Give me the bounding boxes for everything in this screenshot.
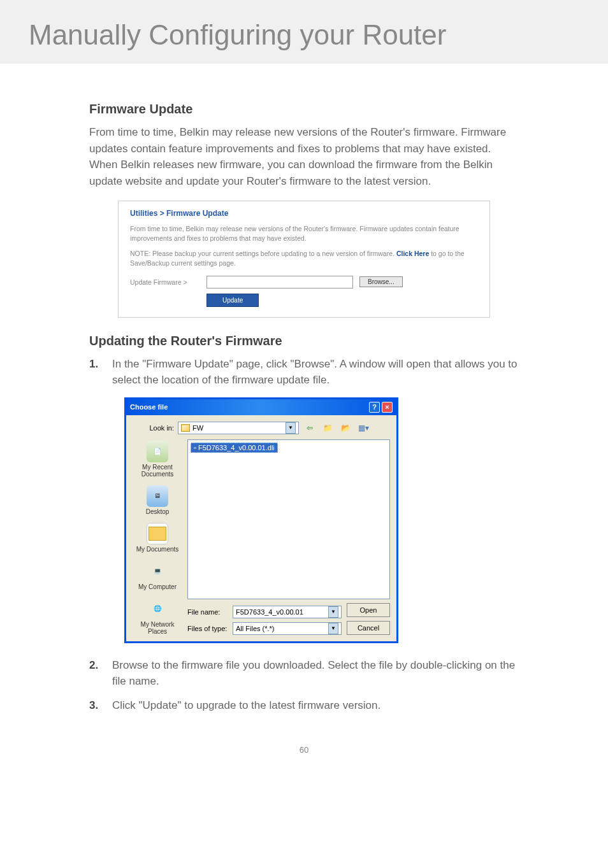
filetype-dropdown[interactable]: All Files (*.*) ▼ (233, 622, 342, 635)
chevron-down-icon[interactable]: ▼ (328, 623, 338, 634)
lookin-row: Look in: FW ▼ ⇦ 📁 📂 ▦▾ (133, 422, 390, 434)
file-item-label: F5D7633_4_v0.00.01.dli (198, 444, 275, 452)
close-icon[interactable]: × (382, 402, 393, 413)
update-firmware-label: Update Firmware > (130, 278, 200, 286)
filetype-row: Files of type: All Files (*.*) ▼ (187, 622, 342, 635)
utilities-firmware-panel: Utilities > Firmware Update From time to… (118, 201, 490, 318)
back-icon[interactable]: ⇦ (303, 422, 317, 434)
lookin-value: FW (192, 424, 203, 432)
lookin-dropdown[interactable]: FW ▼ (178, 422, 299, 434)
step-2: 2. Browse to the firmware file you downl… (89, 657, 519, 690)
step-1: 1. In the "Firmware Update" page, click … (89, 356, 519, 388)
recent-icon: 📄 (147, 441, 168, 462)
note-prefix: NOTE: Please backup your current setting… (130, 250, 396, 257)
step-num: 3. (89, 697, 112, 714)
folder-icon (181, 424, 190, 432)
dialog-title-text: Choose file (130, 403, 168, 411)
section-heading-updating: Updating the Router's Firmware (89, 334, 519, 348)
firmware-row: Update Firmware > Browse... (130, 276, 478, 288)
lookin-label: Look in: (133, 424, 174, 432)
file-list[interactable]: ▫ F5D7633_4_v0.00.01.dli (187, 439, 390, 599)
filetype-value: All Files (*.*) (236, 625, 275, 632)
page-title: Manually Configuring your Router (29, 19, 579, 51)
dialog-body: Look in: FW ▼ ⇦ 📁 📂 ▦▾ 📄 My Rece (126, 415, 396, 641)
computer-icon: 💻 (147, 560, 168, 582)
step-3: 3. Click "Update" to upgrade to the late… (89, 697, 519, 714)
chevron-down-icon[interactable]: ▼ (328, 606, 338, 618)
browse-button[interactable]: Browse... (359, 276, 403, 287)
open-button[interactable]: Open (347, 603, 390, 617)
network-icon: 🌐 (147, 598, 168, 620)
step-text: Click "Update" to upgrade to the latest … (112, 697, 380, 714)
util-panel-desc: From time to time, Belkin may release ne… (130, 224, 478, 243)
sidebar-label: My Recent Documents (133, 464, 182, 478)
desktop-icon: 🖥 (147, 485, 168, 507)
sidebar-network[interactable]: 🌐 My Network Places (133, 598, 182, 635)
filename-value: F5D7633_4_v0.00.01 (236, 608, 303, 616)
sidebar-label: My Documents (136, 546, 179, 553)
help-icon[interactable]: ? (369, 402, 380, 413)
dialog-controls: ? × (369, 402, 393, 413)
step-num: 1. (89, 356, 112, 388)
section-heading-firmware-update: Firmware Update (89, 102, 519, 117)
views-icon[interactable]: ▦▾ (356, 422, 370, 434)
chevron-down-icon[interactable]: ▼ (286, 422, 296, 434)
documents-icon (147, 523, 168, 544)
steps-list-cont: 2. Browse to the firmware file you downl… (89, 657, 519, 714)
dialog-titlebar: Choose file ? × (126, 399, 396, 415)
sidebar-label: Desktop (146, 508, 170, 515)
sidebar-recent[interactable]: 📄 My Recent Documents (133, 441, 182, 478)
new-folder-icon[interactable]: 📂 (338, 422, 352, 434)
up-folder-icon[interactable]: 📁 (321, 422, 335, 434)
sidebar-desktop[interactable]: 🖥 Desktop (146, 485, 170, 515)
update-button[interactable]: Update (206, 294, 259, 307)
sidebar-label: My Network Places (133, 621, 182, 635)
places-sidebar: 📄 My Recent Documents 🖥 Desktop My Docum… (133, 439, 182, 635)
step-text: In the "Firmware Update" page, click "Br… (112, 356, 519, 388)
cancel-button[interactable]: Cancel (347, 621, 390, 635)
filetype-label: Files of type: (187, 625, 229, 632)
nav-icons: ⇦ 📁 📂 ▦▾ (303, 422, 370, 434)
choose-file-dialog: Choose file ? × Look in: FW ▼ ⇦ 📁 📂 ▦▾ (124, 397, 398, 643)
dialog-bottom: File name: F5D7633_4_v0.00.01 ▼ Files of… (187, 603, 390, 635)
page-number: 60 (0, 745, 608, 774)
file-item-selected[interactable]: ▫ F5D7633_4_v0.00.01.dli (191, 443, 278, 453)
sidebar-documents[interactable]: My Documents (136, 523, 179, 553)
file-icon: ▫ (194, 444, 196, 452)
page-header: Manually Configuring your Router (0, 0, 608, 64)
sidebar-computer[interactable]: 💻 My Computer (138, 560, 177, 590)
intro-paragraph: From time to time, Belkin may release ne… (89, 124, 519, 189)
steps-list: 1. In the "Firmware Update" page, click … (89, 356, 519, 388)
click-here-link[interactable]: Click Here (396, 250, 429, 257)
sidebar-label: My Computer (138, 583, 177, 590)
filename-row: File name: F5D7633_4_v0.00.01 ▼ (187, 606, 342, 618)
step-num: 2. (89, 657, 112, 690)
step-text: Browse to the firmware file you download… (112, 657, 519, 690)
file-area: 📄 My Recent Documents 🖥 Desktop My Docum… (133, 439, 390, 635)
util-panel-title: Utilities > Firmware Update (130, 209, 478, 218)
filename-label: File name: (187, 608, 229, 616)
firmware-file-input[interactable] (206, 276, 353, 288)
filename-input[interactable]: F5D7633_4_v0.00.01 ▼ (233, 606, 342, 618)
util-panel-note: NOTE: Please backup your current setting… (130, 249, 478, 267)
